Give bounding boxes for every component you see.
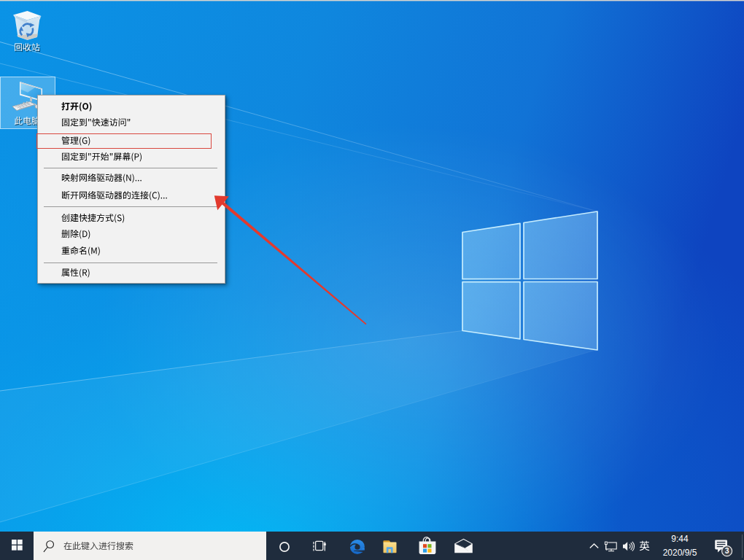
svg-text:3: 3 xyxy=(725,546,729,555)
